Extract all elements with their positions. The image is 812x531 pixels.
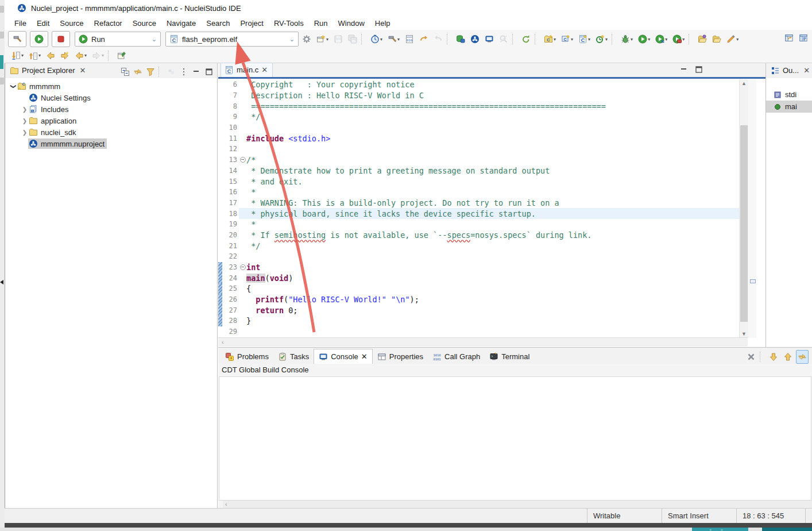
generate-icon[interactable]: ▾ bbox=[594, 32, 609, 46]
code-line-25[interactable]: 25{ bbox=[218, 283, 748, 294]
overview-annotation[interactable] bbox=[750, 279, 756, 283]
code-line-24[interactable]: 24main(void) bbox=[218, 272, 748, 283]
tab-terminal[interactable]: Terminal bbox=[485, 349, 534, 364]
menu-edit[interactable]: Edit bbox=[32, 17, 55, 29]
code-line-19[interactable]: 19 * bbox=[218, 219, 748, 230]
code-line-12[interactable]: 12 bbox=[218, 144, 748, 155]
build-button[interactable] bbox=[8, 31, 26, 47]
outline-item-mai[interactable]: mai bbox=[766, 101, 812, 113]
nuclei-icon[interactable] bbox=[469, 32, 481, 46]
code-line-8[interactable]: 8 ======================================… bbox=[218, 101, 748, 111]
tree-chevron-icon[interactable]: ❯ bbox=[21, 129, 28, 136]
tab-console[interactable]: Console✕ bbox=[314, 349, 373, 364]
editor-vertical-scrollbar[interactable]: ▲ ▼ bbox=[739, 79, 748, 338]
tree-item-nuclei-settings[interactable]: Nuclei Settings bbox=[5, 92, 217, 103]
tree-item-mmmmm[interactable]: ❯Cmmmmm bbox=[5, 80, 217, 92]
tab-tasks[interactable]: Tasks bbox=[273, 349, 314, 364]
menu-rvtools[interactable]: RV-Tools bbox=[269, 17, 309, 29]
previous-edit-location-icon[interactable]: ▾ bbox=[27, 49, 42, 63]
perspective-list-icon[interactable] bbox=[797, 31, 810, 45]
open-folder-icon[interactable] bbox=[710, 32, 723, 46]
undo-icon[interactable] bbox=[417, 32, 430, 46]
gear-icon[interactable] bbox=[300, 32, 313, 46]
code-line-27[interactable]: 27 return 0; bbox=[218, 305, 748, 315]
menu-project[interactable]: Project bbox=[235, 17, 268, 29]
debug-icon[interactable]: ▾ bbox=[619, 32, 635, 46]
code-line-9[interactable]: 9 */ bbox=[218, 111, 748, 122]
run-button[interactable] bbox=[30, 31, 48, 47]
open-package-icon[interactable] bbox=[696, 32, 709, 46]
new-wizard-icon[interactable]: ▾ bbox=[315, 32, 330, 46]
new-c-file-icon[interactable]: C▾ bbox=[577, 32, 592, 46]
close-icon[interactable]: ✕ bbox=[803, 66, 810, 75]
menu-run[interactable]: Run bbox=[309, 17, 333, 29]
tree-chevron-icon[interactable]: ❯ bbox=[21, 118, 28, 124]
menu-file[interactable]: File bbox=[9, 17, 32, 29]
menu-source[interactable]: Source bbox=[127, 17, 161, 29]
code-line-16[interactable]: 16 * bbox=[218, 187, 748, 198]
new-c-app-icon[interactable]: C▾ bbox=[559, 32, 575, 46]
code-line-22[interactable]: 22 bbox=[218, 251, 748, 262]
tree-item-includes[interactable]: ❯hIncludes bbox=[5, 103, 217, 115]
menu-refactor[interactable]: Refactor bbox=[89, 17, 127, 29]
tree-item-nuclei-sdk[interactable]: ❯nuclei_sdk bbox=[5, 126, 217, 138]
tree-chevron-icon[interactable]: ❯ bbox=[10, 83, 17, 90]
code-line-23[interactable]: 23int bbox=[218, 262, 748, 273]
tab-project-explorer[interactable]: Project Explorer ✕ bbox=[5, 63, 90, 78]
binary-file-icon[interactable]: 010 bbox=[403, 32, 416, 46]
code-line-15[interactable]: 15 * and exit. bbox=[218, 176, 748, 187]
profile-icon[interactable]: ▾ bbox=[671, 32, 686, 46]
restart-icon[interactable] bbox=[520, 32, 532, 46]
tab-call-graph[interactable]: 10100101Call Graph bbox=[428, 349, 485, 364]
scroll-down-icon[interactable] bbox=[767, 350, 780, 364]
menu-window[interactable]: Window bbox=[333, 17, 370, 29]
tab-main-c[interactable]: C main.c ✕ bbox=[221, 63, 273, 77]
link-with-editor-icon[interactable] bbox=[132, 66, 144, 78]
fold-marker-icon[interactable] bbox=[240, 264, 246, 270]
new-c-project-icon[interactable]: C▾ bbox=[542, 32, 558, 46]
code-line-13[interactable]: 13/* bbox=[218, 155, 748, 166]
code-line-28[interactable]: 28} bbox=[218, 315, 748, 326]
run-history-icon[interactable]: ▾ bbox=[654, 32, 669, 46]
code-line-29[interactable]: 29 bbox=[218, 326, 748, 337]
forward-history-icon[interactable] bbox=[59, 49, 71, 63]
build-hammer-icon[interactable]: ▾ bbox=[386, 32, 401, 46]
code-line-26[interactable]: 26 printf("Hello RISC-V World!" "\n"); bbox=[218, 294, 748, 305]
code-line-18[interactable]: 18 * physical board, since it lacks the … bbox=[218, 208, 748, 219]
timer-icon[interactable]: ▾ bbox=[369, 32, 384, 46]
scroll-down-arrow-icon[interactable]: ▼ bbox=[740, 330, 748, 338]
pin-editor-icon[interactable] bbox=[115, 49, 128, 63]
code-line-14[interactable]: 14 * Demonstrate how to print a greeting… bbox=[218, 166, 748, 176]
code-line-17[interactable]: 17 * WARNING: This is a build-only proje… bbox=[218, 198, 748, 209]
menu-help[interactable]: Help bbox=[370, 17, 396, 29]
tree-item-mmmmm-nuproject[interactable]: mmmmm.nuproject bbox=[5, 138, 217, 149]
collapse-all-icon[interactable] bbox=[119, 66, 131, 78]
console-output[interactable] bbox=[219, 376, 811, 501]
code-view[interactable]: 6 Copyright : Your copyright notice7 Des… bbox=[218, 79, 748, 337]
pin-console-icon[interactable] bbox=[796, 350, 809, 364]
back-history-icon[interactable]: ▾ bbox=[73, 49, 88, 63]
code-line-21[interactable]: 21 */ bbox=[218, 240, 748, 251]
code-line-20[interactable]: 20 * If semihosting is not available, us… bbox=[218, 230, 748, 241]
editor-horizontal-scrollbar[interactable]: ‹ bbox=[218, 337, 748, 347]
close-icon[interactable]: ✕ bbox=[361, 352, 368, 361]
run-mode-combo[interactable]: Run ⌄ bbox=[75, 32, 161, 47]
scroll-up-icon[interactable] bbox=[782, 350, 794, 364]
scrollbar-thumb[interactable] bbox=[740, 125, 748, 322]
filter-icon[interactable] bbox=[145, 66, 156, 78]
fold-marker-icon[interactable] bbox=[240, 157, 246, 163]
remote-console-icon[interactable] bbox=[483, 32, 496, 46]
code-line-6[interactable]: 6 Copyright : Your copyright notice bbox=[218, 79, 748, 90]
run-icon[interactable]: ▾ bbox=[636, 32, 652, 46]
menu-source[interactable]: Source bbox=[55, 17, 88, 29]
minimize-icon[interactable] bbox=[679, 64, 689, 74]
close-icon[interactable]: ✕ bbox=[79, 66, 86, 75]
menu-search[interactable]: Search bbox=[201, 17, 235, 29]
code-line-11[interactable]: 11#include <stdio.h> bbox=[218, 133, 748, 144]
tree-item-application[interactable]: ❯application bbox=[5, 115, 217, 126]
tree-chevron-icon[interactable]: ❯ bbox=[21, 106, 28, 113]
outline-item-stdi[interactable]: stdi bbox=[766, 88, 812, 101]
close-icon[interactable]: ✕ bbox=[261, 66, 268, 74]
maximize-icon[interactable] bbox=[694, 64, 703, 74]
clear-x-icon[interactable] bbox=[745, 350, 757, 364]
